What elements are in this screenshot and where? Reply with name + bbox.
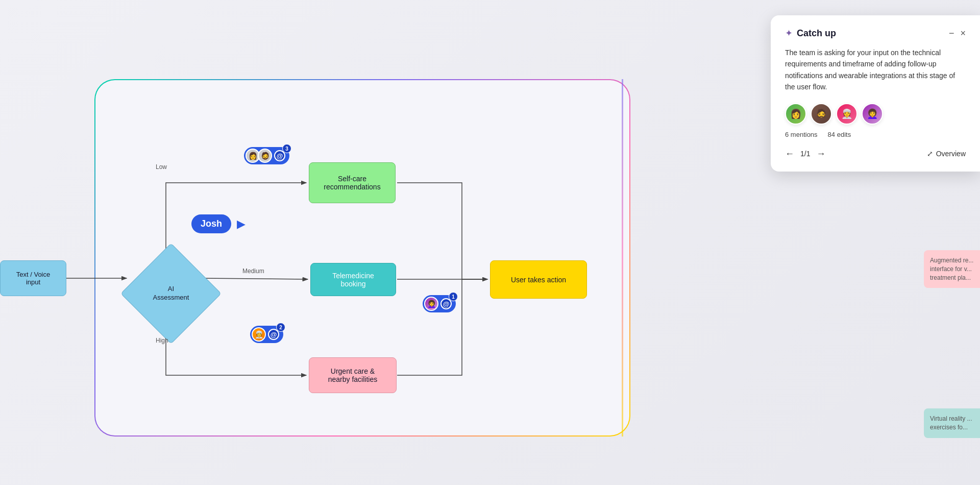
avatar-2: 🧔 xyxy=(258,149,272,163)
label-high: High xyxy=(156,337,168,344)
catchup-title-row: ✦ Catch up xyxy=(785,28,836,39)
catchup-nav: ← 1/1 → ⤢ Overview xyxy=(785,149,966,159)
cursor-arrow-icon: ▶ xyxy=(237,217,246,231)
urgent-care-node: Urgent care & nearby facilities xyxy=(309,357,397,393)
sparkle-icon: ✦ xyxy=(785,28,793,39)
label-low: Low xyxy=(156,163,167,171)
label-medium: Medium xyxy=(242,268,264,275)
catchup-controls: − × xyxy=(949,29,966,38)
page-indicator: 1/1 xyxy=(800,150,810,158)
badge-2: 2 xyxy=(276,323,285,332)
mentions-count: 6 mentions xyxy=(785,131,818,138)
self-care-node: Self-care recommendations xyxy=(309,162,396,203)
badge-3: 1 xyxy=(449,292,458,301)
overview-button[interactable]: ⤢ Overview xyxy=(927,150,966,158)
catchup-avatar-2: 🧔 xyxy=(811,103,832,125)
catchup-stats: 6 mentions 84 edits xyxy=(785,131,966,138)
badge-1: 3 xyxy=(282,144,291,153)
mention-bubble-2: 👳 @ 2 xyxy=(250,326,283,343)
next-button[interactable]: → xyxy=(816,149,825,159)
catchup-nav-arrows: ← 1/1 → xyxy=(785,149,825,159)
overview-label: Overview xyxy=(936,150,966,158)
catchup-avatar-1: 👩 xyxy=(785,103,806,125)
catchup-title: Catch up xyxy=(797,28,836,39)
overview-icon: ⤢ xyxy=(927,150,933,158)
catchup-header: ✦ Catch up − × xyxy=(785,28,966,39)
edits-count: 84 edits xyxy=(828,131,851,138)
catchup-avatar-3: 👳 xyxy=(836,103,857,125)
close-button[interactable]: × xyxy=(960,29,966,38)
canvas: Text / Voice input AI Assessment Low Med… xyxy=(0,0,980,485)
right-panel-vr: Virtual reality ... exercises fo... xyxy=(924,408,980,438)
catchup-body: The team is asking for your input on the… xyxy=(785,47,966,93)
josh-cursor: Josh ▶ xyxy=(191,214,231,233)
user-action-node: User takes action xyxy=(490,260,587,299)
telemedicine-node: Telemedicine booking xyxy=(310,263,396,296)
avatar-3: 👳 xyxy=(252,327,266,342)
right-panel-augmented: Augmented re... interface for v... treat… xyxy=(924,250,980,288)
mention-bubble-1: 👩 🧔 @ 3 xyxy=(244,147,289,164)
text-voice-node: Text / Voice input xyxy=(0,260,66,296)
avatar-4: 👩‍🦱 xyxy=(424,297,438,311)
ai-assessment-diamond: AI Assessment xyxy=(128,250,214,337)
mention-bubble-3: 👩‍🦱 @ 1 xyxy=(423,295,456,312)
catchup-panel: ✦ Catch up − × The team is asking for yo… xyxy=(771,15,980,172)
prev-button[interactable]: ← xyxy=(785,149,794,159)
catchup-avatars: 👩 🧔 👳 👩‍🦱 xyxy=(785,103,966,125)
catchup-avatar-4: 👩‍🦱 xyxy=(862,103,883,125)
minimize-button[interactable]: − xyxy=(949,29,954,38)
vertical-divider xyxy=(622,79,623,436)
